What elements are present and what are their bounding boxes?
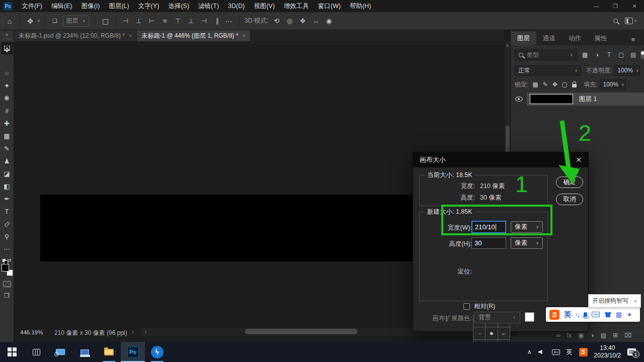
filter-type-layers-icon[interactable]: T xyxy=(605,51,613,58)
sogou-logo-icon[interactable]: S xyxy=(549,310,559,320)
home-icon[interactable]: ⌂ xyxy=(4,15,16,28)
screen-mode-icon[interactable]: ❐ xyxy=(4,292,10,299)
close-button[interactable]: ✕ xyxy=(625,0,644,12)
show-transform-controls-icon[interactable]: ▢ xyxy=(100,15,112,28)
menu-item[interactable]: 窗口(W) xyxy=(313,0,345,12)
tray-language-indicator[interactable]: 英 xyxy=(567,348,573,356)
notification-center-icon[interactable]: 1 xyxy=(627,348,636,355)
filter-smart-objects-icon[interactable]: ▤ xyxy=(629,51,637,58)
type-tool[interactable]: T xyxy=(1,205,13,218)
panel-tab[interactable]: 动作 xyxy=(562,31,588,45)
menu-item[interactable]: 增效工具 xyxy=(279,0,313,12)
quick-mask-icon[interactable] xyxy=(3,281,11,287)
3d-camera-icon[interactable]: ◉ xyxy=(324,17,334,25)
document-tab[interactable]: 未标题-1.psd @ 234% (12:00, RGB/8) * × xyxy=(14,30,137,41)
menu-item[interactable]: 文字(Y) xyxy=(134,0,164,12)
align-left-icon[interactable]: ⊣ xyxy=(120,17,131,25)
anchor-cell[interactable]: → xyxy=(473,327,485,339)
menu-item[interactable]: 帮助(H) xyxy=(345,0,375,12)
taskbar-clock[interactable]: 13:40 2023/10/2 xyxy=(594,344,621,359)
pen-tool[interactable]: ✒ xyxy=(1,193,13,205)
minimize-button[interactable]: — xyxy=(587,0,606,12)
3d-pan-icon[interactable]: ✥ xyxy=(298,17,308,25)
document-tab[interactable]: 未标题-1 @ 446% (图层 1, RGB/8) * × xyxy=(137,30,251,41)
menu-item[interactable]: 编辑(E) xyxy=(47,0,77,12)
layer-filter-dropdown[interactable]: 类型 ∨ xyxy=(515,49,577,60)
selected-layer[interactable]: 图层 1 xyxy=(527,93,644,106)
layer-thumbnail[interactable] xyxy=(530,94,573,104)
3d-orbit-icon[interactable]: ⟲ xyxy=(272,17,282,25)
healing-brush-tool[interactable]: ✚ xyxy=(1,117,13,130)
tray-chevron-icon[interactable]: ∧ xyxy=(527,348,532,355)
move-tool-icon[interactable]: ✥ xyxy=(24,15,36,28)
delete-layer-icon[interactable]: ⌧ xyxy=(624,332,631,339)
ime-punctuation-toggle[interactable]: ·, xyxy=(576,311,579,318)
sogou-tray-icon[interactable]: S xyxy=(579,348,588,356)
workspace-switcher[interactable]: ∨ xyxy=(625,18,637,24)
pencil-tool[interactable]: ✎ xyxy=(1,142,13,155)
screen-search-app[interactable] xyxy=(48,342,72,362)
menu-item[interactable]: 3D(D) xyxy=(223,0,249,12)
zoom-app-button[interactable]: ϟ xyxy=(145,342,169,362)
menu-item[interactable]: 图层(L) xyxy=(104,0,133,12)
foreground-color-swatch[interactable] xyxy=(2,264,9,272)
scroll-up-icon[interactable]: ∧ xyxy=(505,41,510,48)
align-right-icon[interactable]: ⊢ xyxy=(146,17,157,25)
menu-item[interactable]: 文件(F) xyxy=(17,0,47,12)
lock-transparency-icon[interactable]: ▦ xyxy=(532,81,538,88)
height-unit-dropdown[interactable]: 像素 ∨ xyxy=(511,237,543,249)
marquee-tool[interactable] xyxy=(1,54,13,67)
new-layer-icon[interactable]: ⊞ xyxy=(613,332,618,339)
touch-keyboard-icon[interactable] xyxy=(552,349,560,355)
more-options-icon[interactable]: ⋯ xyxy=(223,15,235,28)
fill-field[interactable]: 100% ∨ xyxy=(600,79,626,90)
panel-tab[interactable]: 图层 xyxy=(511,31,536,45)
adjustment-layer-icon[interactable]: ◑ xyxy=(591,332,594,339)
panel-menu-icon[interactable]: ≡ xyxy=(631,32,635,46)
zoom-level-field[interactable]: 446.19% xyxy=(20,329,43,335)
cancel-button[interactable]: 取消 xyxy=(556,194,583,205)
close-tab-icon[interactable]: × xyxy=(129,33,132,39)
menu-item[interactable]: 滤镜(T) xyxy=(194,0,223,12)
filter-pixel-layers-icon[interactable]: ▩ xyxy=(581,51,589,58)
gradient-tool[interactable]: ◧ xyxy=(1,180,13,193)
eraser-tool[interactable]: ◪ xyxy=(1,167,13,180)
filter-shape-layers-icon[interactable]: ▢ xyxy=(617,51,625,58)
skin-icon[interactable] xyxy=(604,312,611,317)
canvas-extension-color-dropdown[interactable]: 背景 ∨ xyxy=(474,312,520,323)
panel-tab[interactable]: 属性 xyxy=(588,31,613,45)
remote-desktop-app[interactable] xyxy=(72,342,97,362)
lock-artboard-icon[interactable]: ▢ xyxy=(562,81,568,88)
chevron-down-icon[interactable]: ∨ xyxy=(37,19,40,23)
frame-tool[interactable]: ▦ xyxy=(1,130,13,142)
lock-all-icon[interactable] xyxy=(572,84,577,87)
lock-pixels-icon[interactable]: ✎ xyxy=(543,81,548,88)
anchor-cell[interactable]: ● xyxy=(486,327,497,339)
close-icon[interactable]: × xyxy=(634,298,637,304)
extension-color-swatch[interactable] xyxy=(525,312,534,322)
magic-wand-tool[interactable]: ✦ xyxy=(1,79,13,92)
keyboard-icon[interactable] xyxy=(592,312,600,317)
panel-tab[interactable]: 通道 xyxy=(536,31,562,45)
align-center-h-icon[interactable]: ⊥ xyxy=(133,17,144,25)
lasso-tool[interactable]: ○ xyxy=(1,67,13,79)
3d-roll-icon[interactable]: ◎ xyxy=(285,17,295,25)
close-tab-icon[interactable]: × xyxy=(243,33,246,39)
shape-tool[interactable]: ▭ xyxy=(1,218,13,230)
layer-group-icon[interactable]: ▤ xyxy=(601,332,606,339)
collapse-panel-icon[interactable]: » xyxy=(6,32,9,37)
microphone-icon[interactable] xyxy=(584,312,587,317)
restore-button[interactable]: ❐ xyxy=(606,0,625,12)
relative-checkbox[interactable] xyxy=(463,303,470,310)
align-top-icon[interactable]: ⊤ xyxy=(173,17,184,25)
speaker-icon[interactable] xyxy=(538,350,542,354)
clone-stamp-tool[interactable]: ♟ xyxy=(1,155,13,167)
opacity-field[interactable]: 100% ∨ xyxy=(614,65,640,76)
filter-adjustment-layers-icon[interactable]: ◑ xyxy=(593,51,601,58)
height-input[interactable]: 30 xyxy=(471,237,506,249)
filter-toggle[interactable] xyxy=(640,51,644,59)
layer-effects-icon[interactable]: fx xyxy=(567,332,572,339)
distribute-v-icon[interactable]: ∥ xyxy=(212,17,223,25)
scroll-left-icon[interactable]: ‹ xyxy=(145,328,147,334)
layer-mask-icon[interactable]: ▣ xyxy=(578,332,584,339)
